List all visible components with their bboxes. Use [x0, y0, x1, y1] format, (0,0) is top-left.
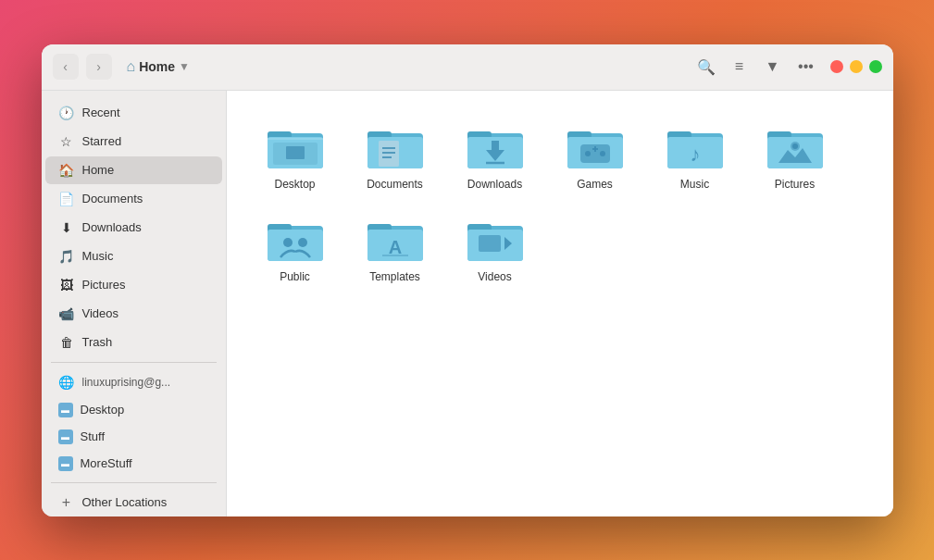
svg-rect-49: [479, 235, 501, 252]
recent-icon: 🕐: [58, 105, 75, 121]
other-locations-icon: +: [58, 494, 75, 511]
svg-rect-38: [268, 230, 323, 261]
svg-point-35: [792, 143, 798, 149]
sidebar-item-documents[interactable]: 📄 Documents: [45, 185, 222, 213]
sidebar-item-desktop-bm-label: Desktop: [81, 403, 125, 417]
sidebar-item-home[interactable]: 🏠 Home: [45, 156, 222, 184]
trash-icon: 🗑: [58, 334, 75, 351]
search-icon: 🔍: [697, 58, 716, 76]
sidebar-item-network[interactable]: 🌐 linuxuprising@g...: [45, 368, 222, 396]
sidebar: 🕐 Recent ☆ Starred 🏠 Home 📄 Documents ⬇: [42, 91, 227, 516]
forward-icon: ›: [96, 59, 101, 74]
maximize-button[interactable]: [869, 60, 882, 73]
folder-pictures-label: Pictures: [775, 178, 815, 191]
folder-documents-icon: [366, 120, 425, 172]
folder-desktop[interactable]: Desktop: [249, 113, 342, 198]
svg-text:A: A: [388, 237, 401, 257]
sidebar-item-trash[interactable]: 🗑 Trash: [45, 329, 222, 356]
sidebar-item-pictures[interactable]: 🖼 Pictures: [45, 271, 222, 299]
sidebar-item-starred-label: Starred: [82, 134, 122, 148]
folder-templates-icon: A: [366, 213, 425, 265]
folder-pictures[interactable]: Pictures: [749, 113, 841, 198]
sidebar-item-recent-label: Recent: [82, 106, 120, 119]
home-icon: ⌂: [127, 58, 136, 75]
folder-templates[interactable]: A Templates: [349, 205, 442, 291]
svg-text:♪: ♪: [690, 143, 700, 166]
folder-downloads-icon: [466, 120, 525, 172]
minimize-button[interactable]: [850, 60, 863, 73]
folder-public-icon: [266, 213, 325, 265]
folder-public[interactable]: Public: [249, 205, 342, 291]
bookmark-morestuff-icon: ▬: [58, 456, 73, 471]
sidebar-item-desktop-bm[interactable]: ▬ Desktop: [45, 397, 222, 423]
sidebar-item-music-label: Music: [82, 249, 114, 263]
svg-point-40: [298, 238, 307, 247]
sidebar-item-trash-label: Trash: [82, 335, 113, 349]
folder-videos[interactable]: Videos: [449, 205, 542, 291]
starred-icon: ☆: [58, 133, 75, 150]
sidebar-item-morestuff-bm[interactable]: ▬ MoreStuff: [45, 451, 222, 477]
sidebar-item-music[interactable]: 🎵 Music: [45, 243, 222, 270]
svg-rect-4: [286, 146, 305, 159]
videos-icon: 📹: [58, 305, 75, 322]
folder-documents[interactable]: Documents: [349, 113, 442, 198]
sidebar-item-home-label: Home: [82, 163, 115, 177]
folder-music-icon: ♪: [666, 120, 725, 172]
sidebar-network-label: linuxuprising@g...: [82, 376, 171, 389]
svg-point-24: [600, 151, 605, 156]
sidebar-item-starred[interactable]: ☆ Starred: [45, 128, 222, 156]
back-icon: ‹: [63, 59, 68, 74]
sidebar-separator-1: [51, 362, 217, 363]
sort-icon: ▼: [766, 58, 780, 75]
folder-desktop-icon: [266, 120, 325, 172]
location-bar: ⌂ Home ▼: [127, 58, 686, 75]
sidebar-other-locations-label: Other Locations: [82, 495, 168, 509]
sidebar-item-morestuff-bm-label: MoreStuff: [81, 456, 132, 470]
chevron-icon: ▼: [179, 60, 190, 73]
folder-music-label: Music: [680, 178, 709, 191]
folder-games-label: Games: [577, 178, 613, 191]
folder-music[interactable]: ♪ Music: [649, 113, 741, 198]
folder-videos-icon: [466, 213, 525, 265]
more-icon: •••: [798, 58, 814, 75]
pictures-icon: 🖼: [58, 277, 75, 293]
sidebar-item-stuff-bm-label: Stuff: [81, 429, 106, 443]
home-folder-icon: 🏠: [58, 162, 75, 179]
forward-button[interactable]: ›: [86, 54, 112, 80]
search-button[interactable]: 🔍: [693, 54, 719, 80]
titlebar-actions: 🔍 ≡ ▼ •••: [693, 54, 819, 80]
sidebar-item-downloads[interactable]: ⬇ Downloads: [45, 214, 222, 242]
location-label: Home: [139, 59, 175, 74]
sidebar-item-stuff-bm[interactable]: ▬ Stuff: [45, 424, 222, 450]
main-file-area: Desktop: [227, 91, 893, 516]
folder-desktop-label: Desktop: [274, 178, 315, 191]
documents-icon: 📄: [58, 191, 75, 207]
folder-games[interactable]: Games: [549, 113, 641, 198]
folder-games-icon: [566, 120, 625, 172]
bookmark-desktop-icon: ▬: [58, 403, 73, 417]
folder-pictures-icon: [766, 120, 825, 172]
network-icon: 🌐: [58, 374, 75, 391]
sidebar-separator-2: [51, 482, 217, 483]
window-controls: [830, 60, 882, 73]
sort-button[interactable]: ▼: [760, 54, 786, 80]
close-button[interactable]: [830, 60, 843, 73]
sidebar-item-documents-label: Documents: [82, 192, 143, 205]
more-button[interactable]: •••: [793, 54, 819, 80]
back-button[interactable]: ‹: [53, 54, 79, 80]
folder-templates-label: Templates: [369, 270, 420, 283]
sidebar-item-other-locations[interactable]: + Other Locations: [45, 489, 222, 516]
sidebar-item-recent[interactable]: 🕐 Recent: [45, 99, 222, 127]
sidebar-item-pictures-label: Pictures: [82, 278, 126, 292]
file-manager-window: ‹ › ⌂ Home ▼ 🔍 ≡ ▼ •••: [42, 44, 893, 516]
view-button[interactable]: ≡: [727, 54, 753, 80]
sidebar-item-videos[interactable]: 📹 Videos: [45, 300, 222, 328]
music-icon: 🎵: [58, 248, 75, 265]
folder-documents-label: Documents: [367, 178, 423, 191]
folder-downloads-label: Downloads: [467, 178, 522, 191]
folder-downloads[interactable]: Downloads: [449, 113, 542, 198]
folder-public-label: Public: [280, 270, 310, 283]
sidebar-item-videos-label: Videos: [82, 306, 119, 320]
folder-videos-label: Videos: [478, 270, 511, 283]
sidebar-item-downloads-label: Downloads: [82, 220, 142, 234]
